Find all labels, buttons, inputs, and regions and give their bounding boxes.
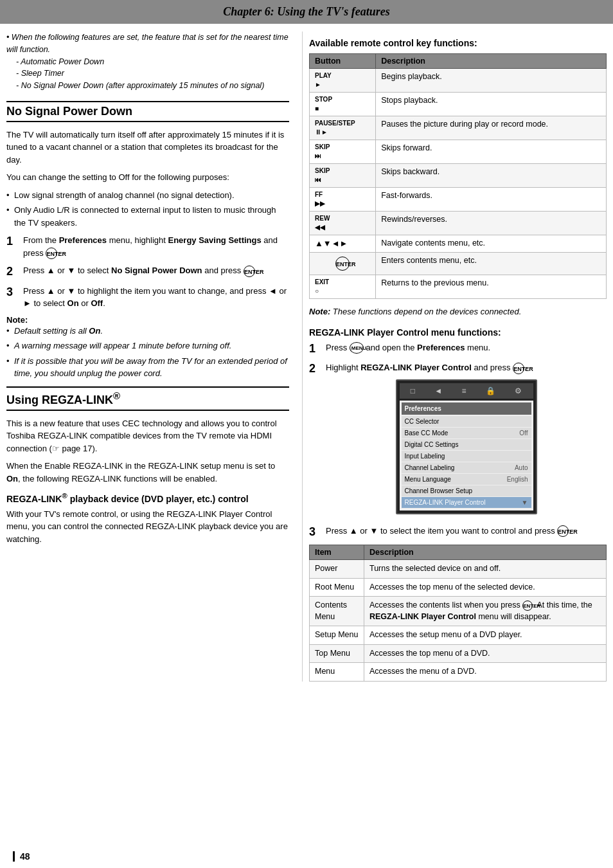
step-3: 3 Press ▲ or ▼ to select the item you wa…: [309, 525, 607, 539]
step-content: Highlight REGZA-LINK Player Control and …: [326, 361, 607, 520]
button-cell: EXIT○: [310, 275, 376, 299]
menu-row: Menu LanguageEnglish: [402, 474, 531, 485]
menu-row: CC Selector: [402, 416, 531, 427]
table-header-item: Item: [310, 545, 364, 560]
description-cell: Enters contents menu, etc.: [376, 253, 607, 275]
table-row: STOP■ Stops playback.: [310, 93, 607, 116]
button-cell: STOP■: [310, 93, 376, 116]
toolbar-icon: ◄: [434, 385, 442, 397]
menu-row: Input Labeling: [402, 451, 531, 462]
description-cell: Skips backward.: [376, 164, 607, 188]
menu-row: Channel Browser Setup: [402, 485, 531, 496]
table-row: PAUSE/STEP⏸► Pauses the picture during p…: [310, 116, 607, 140]
page-number: 48: [13, 851, 30, 862]
description-cell: Stops playback.: [376, 93, 607, 116]
intro-bullet-text: • When the following features are set, t…: [6, 33, 289, 54]
step-content: Press ▲ or ▼ to select No Signal Power D…: [23, 264, 289, 279]
menu-row: Channel LabelingAuto: [402, 462, 531, 473]
table-row: SKIP⏮ Skips backward.: [310, 164, 607, 188]
step-number: 3: [309, 525, 321, 539]
step-content: Press MENU and open the Preferences menu…: [326, 341, 607, 356]
description-cell: Begins playback.: [376, 69, 607, 93]
menu-title: Preferences: [402, 402, 531, 415]
button-cell: PAUSE/STEP⏸►: [310, 116, 376, 140]
enter-icon: ENTER: [335, 257, 350, 271]
list-item: - Sleep Timer: [13, 68, 289, 80]
item-cell: Root Menu: [310, 578, 364, 597]
no-signal-para2: You can change the setting to Off for th…: [6, 171, 289, 184]
step-content: Press ▲ or ▼ to highlight the item you w…: [23, 285, 289, 310]
remote-table: Button Description PLAY► Begins playback…: [309, 53, 607, 299]
no-signal-para1: The TV will automatically turn itself of…: [6, 129, 289, 167]
description-cell: Accesses the contents list when you pres…: [364, 597, 606, 626]
menu-content: Preferences CC Selector Base CC ModeOff …: [400, 401, 533, 511]
section-regza-title: Using REGZA-LINK®: [6, 386, 289, 411]
table-row: REW◀◀ Rewinds/reverses.: [310, 212, 607, 235]
step-number: 1: [309, 341, 321, 356]
enter-icon: ENTER: [557, 525, 569, 537]
regza-playback-para: With your TV's remote control, or using …: [6, 508, 289, 546]
regza-link-steps: 1 Press MENU and open the Preferences me…: [309, 341, 607, 539]
step-3: 3 Press ▲ or ▼ to highlight the item you…: [6, 285, 289, 310]
description-cell: Turns the selected device on and off.: [364, 560, 606, 579]
regza-para1: This is a new feature that uses CEC tech…: [6, 417, 289, 455]
toolbar-icon: ≡: [462, 385, 466, 397]
table-row: PLAY► Begins playback.: [310, 69, 607, 93]
description-cell: Rewinds/reverses.: [376, 212, 607, 235]
intro-sub-list: - Automatic Power Down - Sleep Timer - N…: [6, 56, 289, 92]
list-item: - Automatic Power Down: [13, 56, 289, 68]
no-signal-bullets: Low signal strength of analog channel (n…: [6, 189, 289, 230]
remote-note: Note: These functions depend on the devi…: [309, 305, 607, 318]
table-row: Top Menu Accesses the top menu of a DVD.: [310, 644, 607, 663]
table-header-description: Description: [376, 54, 607, 69]
table-row: Contents Menu Accesses the contents list…: [310, 597, 607, 626]
list-item: Default setting is all On.: [6, 325, 289, 338]
table-row: ENTER Enters contents menu, etc.: [310, 253, 607, 275]
button-cell: REW◀◀: [310, 212, 376, 235]
left-column: • When the following features are set, t…: [6, 32, 302, 682]
toolbar-icon: ⚙: [515, 385, 522, 397]
step-content: From the Preferences menu, highlight Ene…: [23, 234, 289, 259]
table-row: FF▶▶ Fast-forwards.: [310, 188, 607, 212]
description-cell: Accesses the setup menu of a DVD player.: [364, 626, 606, 645]
item-cell: Menu: [310, 663, 364, 682]
table-row: ▲▼◄► Navigate contents menu, etc.: [310, 235, 607, 253]
menu-toolbar: □ ◄ ≡ 🔒 ⚙: [400, 383, 533, 399]
description-cell: Pauses the picture during play or record…: [376, 116, 607, 140]
table-row: EXIT○ Returns to the previous menu.: [310, 275, 607, 299]
note-text: Note: These functions depend on the devi…: [309, 307, 521, 316]
note-block: Note: Default setting is all On. A warni…: [6, 315, 289, 380]
item-cell: Contents Menu: [310, 597, 364, 626]
step-number: 2: [6, 264, 18, 279]
table-row: Root Menu Accesses the top menu of the s…: [310, 578, 607, 597]
item-cell: Setup Menu: [310, 626, 364, 645]
table-row: Menu Accesses the menu of a DVD.: [310, 663, 607, 682]
table-row: Power Turns the selected device on and o…: [310, 560, 607, 579]
intro-section: • When the following features are set, t…: [6, 32, 289, 92]
chapter-title: Chapter 6: Using the TV's features: [223, 5, 390, 18]
description-cell: Returns to the previous menu.: [376, 275, 607, 299]
menu-row-selected: REGZA-LINK Player Control▼: [402, 497, 531, 508]
button-cell: SKIP⏮: [310, 164, 376, 188]
menu-icon: MENU: [350, 342, 364, 354]
step-1: 1 Press MENU and open the Preferences me…: [309, 341, 607, 356]
step-2: 2 Highlight REGZA-LINK Player Control an…: [309, 361, 607, 520]
description-cell: Accesses the menu of a DVD.: [364, 663, 606, 682]
main-content: • When the following features are set, t…: [0, 32, 613, 682]
table-header-button: Button: [310, 54, 376, 69]
remote-functions-title: Available remote control key functions:: [309, 38, 607, 48]
description-cell: Fast-forwards.: [376, 188, 607, 212]
description-cell: Accesses the top menu of a DVD.: [364, 644, 606, 663]
button-cell: SKIP⏭: [310, 140, 376, 164]
list-item: Only Audio L/R is connected to external …: [6, 204, 289, 229]
step-2: 2 Press ▲ or ▼ to select No Signal Power…: [6, 264, 289, 279]
description-cell: Navigate contents menu, etc.: [376, 235, 607, 253]
item-cell: Power: [310, 560, 364, 579]
right-column: Available remote control key functions: …: [302, 32, 607, 682]
toolbar-icon: □: [411, 385, 415, 397]
regza-para2: When the Enable REGZA-LINK in the REGZA-…: [6, 460, 289, 485]
list-item: - No Signal Power Down (after approximat…: [13, 80, 289, 92]
list-item: Low signal strength of analog channel (n…: [6, 189, 289, 202]
page: Chapter 6: Using the TV's features • Whe…: [0, 0, 613, 868]
item-table: Item Description Power Turns the selecte…: [309, 545, 607, 682]
